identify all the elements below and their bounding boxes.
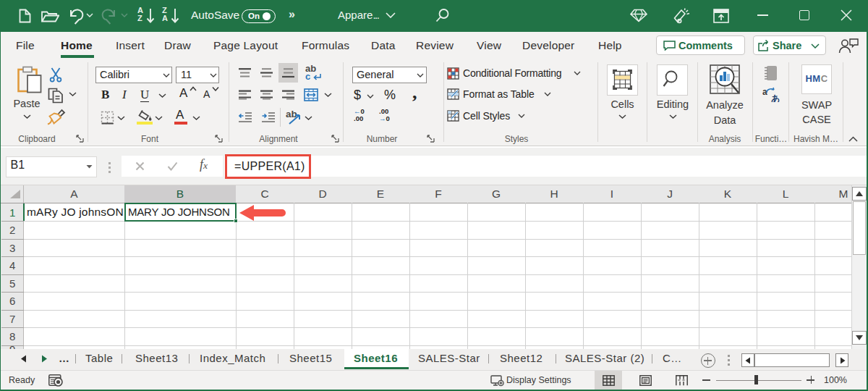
svg-text:あ: あ [771, 93, 780, 102]
